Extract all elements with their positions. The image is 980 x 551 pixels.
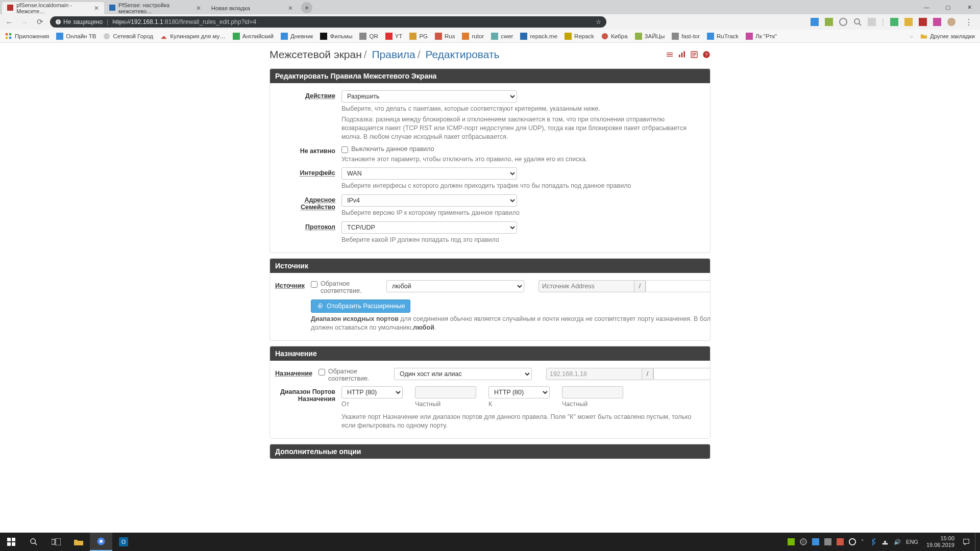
bookmark-star-icon[interactable]: ☆ [596, 18, 601, 26]
svg-rect-27 [409, 33, 416, 40]
dport-from-select[interactable]: HTTP (80) [341, 386, 403, 398]
ext-icon-green[interactable] [890, 18, 898, 26]
panel-destination: Назначение Назначение Обратное соответст… [270, 346, 710, 439]
panel-title: Редактировать Правила Межсетевого Экрана [270, 69, 710, 83]
source-invert-checkbox[interactable] [311, 281, 317, 288]
back-button[interactable]: ← [4, 18, 14, 27]
tray-chevron-up-icon[interactable]: ˄ [861, 539, 864, 545]
tab-1[interactable]: pfSense.localdomain - Межсете… ✕ [2, 2, 104, 14]
ext-icon-generic1[interactable] [868, 18, 876, 26]
outlook-taskbar-icon[interactable]: O [112, 533, 135, 551]
explorer-taskbar-icon[interactable] [67, 533, 90, 551]
svg-rect-32 [565, 33, 572, 40]
start-button[interactable] [0, 533, 22, 551]
action-select[interactable]: Разрешить [341, 90, 517, 103]
protocol-help: Веберите какой IP должен попадать под эт… [341, 236, 705, 244]
dest-address-input[interactable] [546, 368, 642, 380]
breadcrumb-link-rules[interactable]: Правила [372, 48, 415, 60]
bookmark-item[interactable]: PG [409, 33, 428, 40]
ext-icon-yellow[interactable] [904, 18, 913, 26]
panel-extra: Дополнительные опции [270, 444, 710, 459]
tab-2[interactable]: PfSense: настройка межсетево… ✕ [104, 2, 206, 14]
bookmark-item[interactable]: cwer [491, 33, 513, 40]
bookmark-item[interactable]: Сетевой Город [103, 33, 153, 40]
sliders-icon[interactable] [666, 51, 674, 59]
taskview-button[interactable] [45, 533, 67, 551]
svg-point-52 [31, 539, 35, 543]
browser-menu-button[interactable]: ⋮ [962, 17, 976, 27]
bookmark-item[interactable]: Английский [233, 33, 274, 40]
svg-rect-38 [679, 55, 680, 57]
log-icon[interactable] [690, 51, 698, 59]
bookmark-item[interactable]: Лк "Ртк" [746, 33, 777, 40]
close-icon[interactable]: ✕ [196, 5, 201, 12]
help-icon[interactable]: ? [702, 51, 710, 59]
dest-mask-select[interactable] [653, 368, 710, 380]
bookmark-item[interactable]: fast-tor [672, 33, 700, 40]
minimize-button[interactable]: — [916, 0, 937, 14]
bookmark-item[interactable]: ЗАЙЦы [635, 33, 665, 40]
tray-icon[interactable] [800, 538, 807, 545]
bookmark-item[interactable]: Кибра [601, 33, 628, 40]
protocol-select[interactable]: TCP/UDP [341, 221, 517, 234]
ext-icon-search[interactable] [853, 18, 862, 26]
bookmark-item[interactable]: repack.me [520, 33, 557, 40]
reload-button[interactable]: ⟳ [35, 17, 45, 27]
ext-icon-avatar[interactable] [947, 18, 955, 26]
show-advanced-button[interactable]: Отобразить Расширенные [311, 299, 410, 313]
bookmark-item[interactable]: Кулинария для му… [160, 33, 225, 40]
omnibox[interactable]: Не защищено | https://192.168.1.1:8180/f… [50, 16, 606, 28]
bookmark-item[interactable]: Repack [565, 33, 594, 40]
show-desktop-button[interactable] [975, 533, 978, 551]
page-viewport[interactable]: Межсетевой экран/ Правила/ Редактировать… [0, 43, 980, 533]
interface-select[interactable]: WAN [341, 167, 517, 180]
tray-volume-icon[interactable]: 🔊 [894, 539, 901, 545]
new-tab-button[interactable]: + [301, 2, 312, 13]
close-icon[interactable]: ✕ [94, 5, 99, 12]
bookmark-item[interactable]: YT [385, 33, 403, 40]
tray-clock[interactable]: 15:00 19.06.2019 [923, 535, 958, 548]
dest-invert-checkbox[interactable] [318, 369, 325, 375]
maximize-button[interactable]: ▢ [937, 0, 959, 14]
breadcrumb-link-edit[interactable]: Редактировать [425, 48, 499, 60]
dport-from-label: От [341, 400, 403, 408]
bookmark-item[interactable]: rutor [462, 33, 484, 40]
svg-rect-67 [884, 541, 886, 543]
bookmark-item[interactable]: QR [359, 33, 378, 40]
close-icon[interactable]: ✕ [288, 5, 293, 12]
ext-icon-circle[interactable] [839, 18, 847, 26]
ext-icon-red[interactable] [919, 18, 927, 26]
tray-bluetooth-icon[interactable] [869, 538, 876, 545]
tray-language[interactable]: ENG [906, 539, 918, 545]
apps-button[interactable]: Приложения [5, 33, 49, 40]
ext-icon-square[interactable] [825, 18, 833, 26]
tray-icon[interactable] [812, 538, 819, 545]
other-bookmarks-button[interactable]: Другие закладки [920, 33, 975, 40]
dest-type-select[interactable]: Один хост или алиас [394, 368, 532, 380]
tray-icon[interactable] [837, 538, 844, 545]
chrome-taskbar-icon[interactable] [90, 533, 112, 551]
source-type-select[interactable]: любой [386, 280, 524, 292]
security-indicator[interactable]: Не защищено [55, 18, 103, 26]
bookmark-item[interactable]: Фильмы [320, 33, 352, 40]
ext-icon-badge[interactable] [933, 18, 941, 26]
bookmark-item[interactable]: Онлайн ТВ [56, 33, 96, 40]
search-button[interactable] [22, 533, 45, 551]
dport-to-select[interactable]: HTTP (80) [488, 386, 550, 398]
bookmark-item[interactable]: Rus [435, 33, 455, 40]
svg-rect-24 [320, 33, 327, 40]
close-window-button[interactable]: ✕ [959, 0, 980, 14]
bookmark-item[interactable]: Дневник [281, 33, 313, 40]
tray-network-icon[interactable] [881, 538, 889, 545]
ext-icon-dropbox[interactable] [811, 18, 819, 26]
tray-icon[interactable] [788, 538, 795, 545]
tab-3[interactable]: Новая вкладка ✕ [206, 2, 298, 14]
addrfam-select[interactable]: IPv4 [341, 194, 517, 207]
tray-notifications-icon[interactable] [963, 538, 970, 545]
tray-icon[interactable] [824, 538, 831, 545]
forward-button[interactable]: → [19, 18, 30, 27]
tray-icon[interactable] [849, 538, 856, 545]
bookmark-item[interactable]: RuTrack [707, 33, 739, 40]
bar-chart-icon[interactable] [678, 51, 686, 59]
disabled-checkbox[interactable] [341, 146, 348, 153]
